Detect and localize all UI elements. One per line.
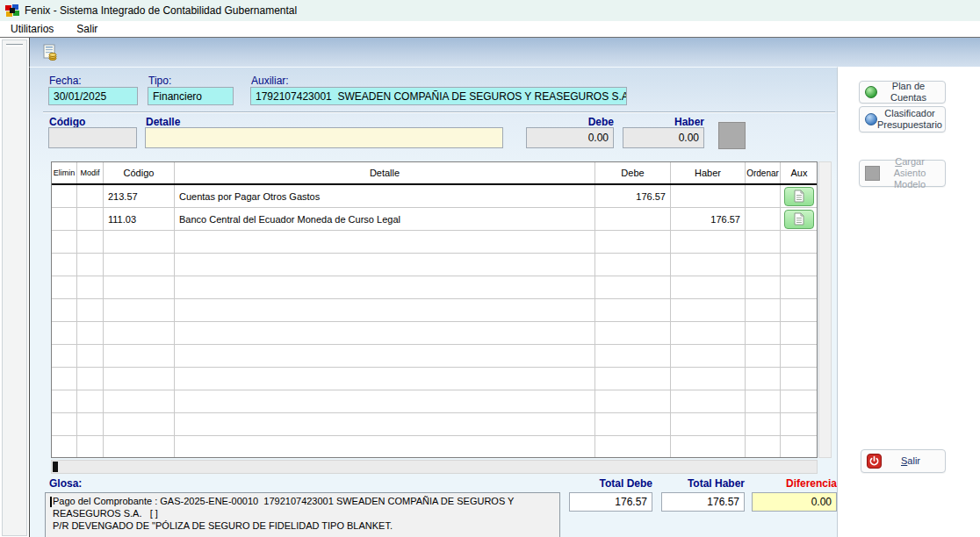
detalle-entry-field[interactable] — [145, 127, 503, 148]
cell-debe — [595, 299, 671, 321]
cell-elimin — [52, 390, 77, 412]
table-row[interactable] — [52, 390, 817, 413]
table-row[interactable] — [52, 368, 817, 390]
voucher-form-panel: Fecha: 30/01/2025 Tipo: Financiero Auxil… — [29, 67, 838, 537]
document-list-icon — [794, 212, 804, 226]
cell-elimin — [52, 345, 77, 367]
col-header-aux[interactable]: Aux — [781, 162, 818, 183]
cell-detalle — [175, 345, 595, 367]
table-row[interactable]: 111.03 Banco Central del Ecuador Moneda … — [52, 208, 817, 231]
splitter-grip-icon — [6, 44, 23, 47]
table-row[interactable] — [52, 436, 817, 458]
document-with-coins-icon — [40, 43, 59, 61]
col-header-haber[interactable]: Haber — [671, 162, 746, 183]
cell-modif — [77, 413, 104, 435]
table-row[interactable] — [52, 322, 817, 345]
cell-haber — [671, 436, 746, 458]
clasificador-label-line2: Presupuestario — [877, 119, 942, 131]
cell-ordenar — [746, 185, 781, 207]
cell-aux — [781, 413, 818, 435]
auxiliar-label: Auxiliar: — [251, 75, 289, 87]
debe-entry-label: Debe — [526, 116, 614, 128]
table-row[interactable]: 213.57 Cuentas por Pagar Otros Gastos 17… — [52, 185, 817, 208]
cell-aux — [781, 390, 818, 412]
total-haber-field: 176.57 — [661, 492, 745, 512]
cell-codigo — [104, 436, 175, 458]
menu-item-utilitarios[interactable]: Utilitarios — [8, 22, 56, 36]
table-row[interactable] — [52, 276, 817, 299]
col-header-codigo[interactable]: Código — [104, 162, 175, 183]
glosa-textarea[interactable]: Pago del Comprobante : GAS-2025-ENE-0001… — [45, 492, 560, 537]
salir-button[interactable]: Salir — [861, 449, 946, 473]
cell-haber — [671, 231, 746, 253]
cell-ordenar — [746, 208, 781, 230]
plan-de-cuentas-button[interactable]: Plan de Cuentas — [859, 81, 946, 104]
auxiliar-field[interactable]: 1792107423001 SWEADEN COMPAÑIA DE SEGURO… — [250, 87, 627, 105]
cell-aux — [781, 436, 818, 458]
table-row[interactable] — [52, 231, 817, 254]
cell-debe — [595, 254, 671, 276]
cell-detalle — [175, 276, 595, 298]
aux-detail-button[interactable] — [784, 210, 814, 229]
cell-modif — [77, 436, 104, 458]
haber-entry-label: Haber — [623, 116, 704, 128]
tipo-field[interactable]: Financiero — [148, 87, 234, 105]
voucher-toolbar-button[interactable] — [40, 42, 60, 62]
cell-elimin — [52, 231, 77, 253]
aux-detail-button[interactable] — [784, 187, 814, 206]
clasificador-presupuestario-button[interactable]: Clasificador Presupuestario — [859, 106, 946, 132]
cell-detalle — [175, 368, 595, 390]
cell-codigo — [104, 231, 175, 253]
cell-haber — [671, 254, 746, 276]
table-row[interactable] — [52, 345, 817, 368]
col-header-modif[interactable]: Modif — [77, 162, 104, 183]
left-panel-splitter[interactable] — [2, 39, 27, 536]
grid-body: 213.57 Cuentas por Pagar Otros Gastos 17… — [52, 185, 817, 458]
col-header-detalle[interactable]: Detalle — [175, 162, 595, 183]
menu-item-salir[interactable]: Salir — [74, 22, 100, 36]
cell-ordenar — [746, 231, 781, 253]
diferencia-label: Diferencia — [752, 477, 837, 490]
table-row[interactable] — [52, 413, 817, 436]
cell-detalle — [175, 390, 595, 412]
grid-horizontal-scrollbar[interactable] — [51, 460, 818, 474]
col-header-elimin[interactable]: Elimin — [52, 162, 77, 183]
fecha-field[interactable]: 30/01/2025 — [48, 87, 138, 105]
cell-detalle: Cuentas por Pagar Otros Gastos — [175, 185, 595, 207]
fecha-label: Fecha: — [49, 75, 82, 87]
table-row[interactable] — [52, 299, 817, 322]
cell-haber — [671, 322, 746, 344]
plan-de-cuentas-label: Plan de Cuentas — [877, 81, 940, 104]
cell-modif — [77, 231, 104, 253]
col-header-ordenar[interactable]: Ordenar — [746, 162, 781, 183]
scrollbar-thumb[interactable] — [53, 462, 58, 472]
app-icon — [5, 4, 19, 17]
cell-detalle — [175, 299, 595, 321]
haber-entry-field[interactable]: 0.00 — [623, 127, 704, 148]
cell-haber — [671, 276, 746, 298]
table-row[interactable] — [52, 254, 817, 276]
cell-ordenar — [746, 390, 781, 412]
cell-codigo: 111.03 — [104, 208, 175, 230]
cell-modif — [77, 368, 104, 390]
cell-aux — [781, 254, 818, 276]
cell-codigo — [104, 368, 175, 390]
window-title: Fenix - Sistema Integrado de Contabilida… — [25, 4, 297, 17]
cell-modif — [77, 276, 104, 298]
detalle-entry-label: Detalle — [146, 116, 180, 128]
codigo-entry-field[interactable] — [48, 127, 137, 148]
cell-ordenar — [746, 299, 781, 321]
add-entry-button[interactable] — [718, 122, 746, 149]
cargar-asiento-modelo-button[interactable]: Cargar Asiento Modelo — [859, 160, 946, 187]
cell-modif — [77, 208, 104, 230]
debe-entry-field[interactable]: 0.00 — [526, 127, 614, 148]
col-header-debe[interactable]: Debe — [595, 162, 671, 183]
cell-modif — [77, 322, 104, 344]
document-list-icon — [794, 190, 804, 203]
cargar-label-line2: Modelo — [880, 179, 940, 190]
grid-vertical-scrollbar[interactable] — [818, 161, 832, 458]
cell-debe — [595, 413, 671, 435]
power-icon — [867, 454, 882, 469]
cell-aux — [781, 345, 818, 367]
cell-ordenar — [746, 276, 781, 298]
